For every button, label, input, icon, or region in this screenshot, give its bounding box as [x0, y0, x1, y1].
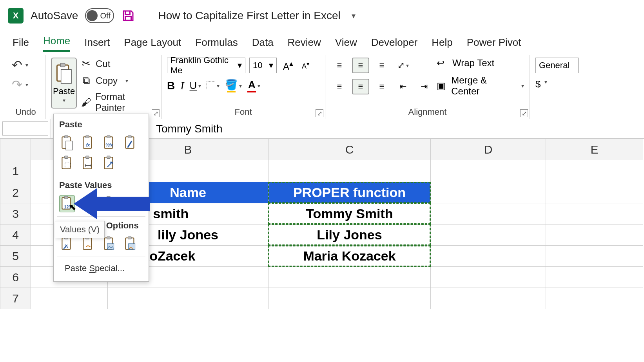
align-right-button[interactable]: ≡	[373, 79, 390, 94]
col-header-e[interactable]: E	[546, 139, 643, 160]
font-color-button[interactable]: A▾	[247, 79, 260, 92]
tab-insert[interactable]: Insert	[84, 36, 110, 52]
title-dropdown-icon[interactable]: ▾	[352, 11, 356, 20]
chevron-down-icon[interactable]: ▾	[63, 97, 65, 103]
cell[interactable]	[268, 288, 431, 309]
cell[interactable]	[431, 267, 546, 288]
paste-formulas-icon[interactable]: fx	[80, 134, 96, 152]
tab-page-layout[interactable]: Page Layout	[124, 36, 181, 52]
number-format-select[interactable]: General	[535, 58, 579, 73]
row-header-4[interactable]: 4	[0, 224, 31, 246]
paste-values-icon[interactable]: 123	[59, 195, 75, 212]
formula-input[interactable]: Tommy Smith	[148, 123, 644, 135]
cell[interactable]	[546, 224, 643, 246]
paste-source-formatting-icon[interactable]	[123, 134, 138, 152]
col-header-d[interactable]: D	[431, 139, 546, 160]
row-header-3[interactable]: 3	[0, 203, 31, 224]
tab-developer[interactable]: Developer	[371, 36, 418, 52]
tab-home[interactable]: Home	[43, 35, 70, 52]
save-icon[interactable]	[121, 9, 135, 23]
tab-power-pivot[interactable]: Power Pivot	[467, 36, 521, 52]
row-header-1[interactable]: 1	[0, 160, 31, 182]
cell[interactable]	[431, 246, 546, 267]
redo-button[interactable]: ↷▾	[12, 77, 40, 92]
brush-icon: 🖌	[81, 96, 91, 109]
cell[interactable]	[546, 160, 643, 182]
align-middle-button[interactable]: ≡	[352, 58, 369, 73]
row-header-2[interactable]: 2	[0, 182, 31, 203]
chevron-down-icon[interactable]: ▾	[125, 78, 128, 84]
paste-keep-widths-icon[interactable]	[80, 155, 96, 172]
paste-linked-picture-icon[interactable]	[123, 235, 138, 253]
undo-icon: ↶	[12, 58, 22, 72]
decrease-font-button[interactable]: A▾	[299, 60, 312, 71]
tab-view[interactable]: View	[335, 36, 357, 52]
font-launcher[interactable]: ⤢	[316, 109, 323, 117]
font-name-select[interactable]: Franklin Gothic Me▾	[167, 58, 245, 73]
format-painter-button[interactable]: 🖌Format Painter	[81, 91, 156, 113]
row-header-7[interactable]: 7	[0, 288, 31, 309]
tab-help[interactable]: Help	[432, 36, 452, 52]
decrease-indent-button[interactable]: ⇤	[394, 79, 412, 94]
alignment-launcher[interactable]: ⤢	[520, 109, 528, 117]
copy-button[interactable]: ⧉Copy▾	[81, 74, 156, 87]
orientation-button[interactable]: ⤢▾	[394, 58, 412, 73]
cell[interactable]	[546, 267, 643, 288]
wrap-text-button[interactable]: ↩Wrap Text	[437, 58, 524, 69]
currency-button[interactable]: $	[535, 79, 541, 90]
fill-color-button[interactable]: 🪣▾	[225, 79, 242, 92]
cell-c2[interactable]: PROPER function	[268, 182, 431, 203]
clipboard-launcher[interactable]: ⤢	[152, 109, 160, 117]
paste-transpose-icon[interactable]	[102, 155, 117, 172]
tab-file[interactable]: File	[13, 36, 29, 52]
cell[interactable]	[431, 288, 546, 309]
cell[interactable]	[431, 160, 546, 182]
font-size-select[interactable]: 10▾	[249, 58, 277, 73]
cell[interactable]	[108, 288, 268, 309]
increase-font-button[interactable]: A▴	[281, 58, 296, 73]
cell-c4[interactable]: Lily Jones	[268, 224, 431, 246]
tab-formulas[interactable]: Formulas	[195, 36, 238, 52]
chevron-down-icon[interactable]: ▾	[521, 83, 524, 89]
chevron-down-icon[interactable]: ▾	[25, 81, 28, 88]
paste-formulas-number-icon[interactable]: %fx	[102, 134, 117, 152]
select-all-corner[interactable]	[0, 139, 31, 160]
undo-button[interactable]: ↶▾	[12, 58, 40, 72]
bold-button[interactable]: B	[167, 80, 175, 92]
paste-all-icon[interactable]	[59, 134, 75, 152]
increase-indent-button[interactable]: ⇥	[415, 79, 433, 94]
merge-center-button[interactable]: ▣Merge & Center▾	[437, 75, 524, 97]
cell[interactable]	[431, 224, 546, 246]
align-bottom-button[interactable]: ≡	[373, 58, 390, 73]
cell[interactable]	[546, 246, 643, 267]
cell[interactable]	[546, 182, 643, 203]
borders-button[interactable]: ▾	[207, 81, 220, 90]
paste-button[interactable]: Paste ▾	[51, 58, 77, 109]
cut-button[interactable]: ✂Cut	[81, 58, 156, 70]
underline-button[interactable]: U▾	[190, 80, 201, 92]
row-header-6[interactable]: 6	[0, 267, 31, 288]
align-center-button[interactable]: ≡	[352, 79, 369, 94]
paste-special-item[interactable]: Paste Special...	[57, 259, 145, 277]
cell[interactable]	[546, 203, 643, 224]
cell[interactable]	[431, 203, 546, 224]
autosave-toggle[interactable]: Off	[85, 8, 114, 23]
row-header-5[interactable]: 5	[0, 246, 31, 267]
cell[interactable]	[268, 160, 431, 182]
chevron-down-icon[interactable]: ▾	[25, 62, 28, 68]
align-left-button[interactable]: ≡	[331, 79, 348, 94]
tab-review[interactable]: Review	[288, 36, 321, 52]
cell-c3[interactable]: Tommy Smith	[268, 203, 431, 224]
cell[interactable]	[431, 182, 546, 203]
cell[interactable]	[31, 288, 108, 309]
cell-c5[interactable]: Maria Kozacek	[268, 246, 431, 267]
paste-no-borders-icon[interactable]	[59, 155, 75, 172]
align-top-button[interactable]: ≡	[331, 58, 348, 73]
tab-data[interactable]: Data	[252, 36, 274, 52]
col-header-c[interactable]: C	[268, 139, 431, 160]
name-box[interactable]	[0, 119, 51, 138]
cell[interactable]	[268, 267, 431, 288]
cell[interactable]	[546, 288, 643, 309]
italic-button[interactable]: I	[180, 80, 184, 92]
chevron-down-icon[interactable]: ▾	[544, 79, 547, 90]
